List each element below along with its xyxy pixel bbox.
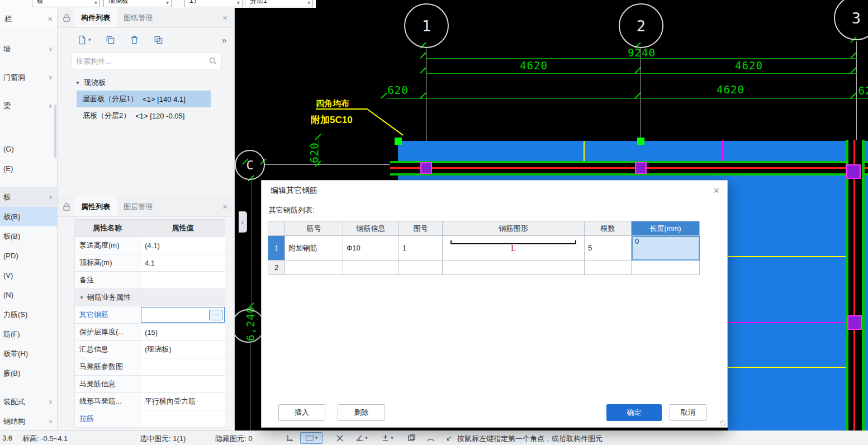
tree-item-bottom-slab[interactable]: 底板（分层2） <1> [120 -0.05]: [77, 107, 211, 124]
sidebar-item-e[interactable]: (E): [0, 159, 57, 178]
sidebar-item-v[interactable]: (V): [0, 266, 57, 285]
close-icon[interactable]: ×: [713, 185, 719, 197]
column-node[interactable]: [847, 315, 862, 330]
beam-horizontal[interactable]: [390, 161, 868, 176]
dialog-title-bar[interactable]: 编辑其它钢筋 ×: [262, 181, 727, 201]
length-cell[interactable]: [632, 261, 700, 275]
arc-tool-button[interactable]: [423, 432, 438, 444]
panel-collapse-button[interactable]: ‹: [239, 211, 247, 233]
property-value[interactable]: (15): [140, 324, 225, 340]
ellipsis-button[interactable]: ⋯: [209, 310, 222, 320]
sidebar-item-slab[interactable]: 板∧: [0, 187, 57, 207]
more-tools-button[interactable]: »: [222, 35, 225, 45]
property-value-other-rebar[interactable]: ⋯: [140, 306, 225, 323]
property-value[interactable]: (现浇板): [140, 341, 225, 358]
view-copy-button[interactable]: [404, 432, 419, 444]
property-value[interactable]: (4.1): [140, 237, 225, 254]
sidebar-item-slab-b[interactable]: 板(B): [0, 207, 57, 226]
search-input[interactable]: [76, 57, 209, 65]
slab-region[interactable]: [398, 176, 868, 180]
row-number[interactable]: 2: [268, 261, 285, 275]
selection-grip[interactable]: [395, 138, 402, 145]
column-node[interactable]: [635, 162, 647, 174]
tab-component-list[interactable]: 构件列表: [74, 8, 117, 27]
sidebar-item-slab-b2[interactable]: 板(B): [0, 226, 57, 246]
selection-grip[interactable]: [637, 138, 644, 145]
rect-select-button[interactable]: ▾: [300, 432, 322, 444]
tab-property-list[interactable]: 属性列表: [74, 197, 117, 216]
sidebar-item-prefab[interactable]: 装配式∨: [0, 392, 57, 411]
element-subtype-combo[interactable]: 现浇板 ▾: [103, 0, 172, 7]
property-value[interactable]: [140, 358, 225, 375]
delete-button[interactable]: 删除: [338, 404, 385, 421]
rebar-info-cell[interactable]: Φ10: [343, 236, 399, 261]
component-combo[interactable]: 屋面板（分层1） ▾: [184, 0, 243, 7]
chevron-up-icon: ∧: [49, 103, 53, 109]
sidebar-item-n[interactable]: (N): [0, 285, 57, 305]
drawing-number-cell[interactable]: 1: [399, 236, 443, 261]
property-group-rebar[interactable]: ▼ 钢筋业务属性: [75, 289, 225, 306]
property-name-other-rebar[interactable]: 其它钢筋: [75, 306, 140, 323]
sidebar-item-rebar-s[interactable]: 力筋(S): [0, 305, 57, 324]
beam-vertical[interactable]: [846, 140, 865, 430]
property-name-tie-rebar[interactable]: 拉筋: [75, 410, 140, 427]
count-cell[interactable]: 5: [585, 236, 632, 261]
pin-lock-icon[interactable]: [63, 14, 70, 22]
property-value[interactable]: [140, 272, 225, 288]
close-icon[interactable]: ×: [222, 202, 227, 211]
layer-copy-button[interactable]: [151, 31, 166, 48]
tree-group-cast-slab[interactable]: ▼ 现浇板: [58, 75, 234, 91]
element-type-combo[interactable]: 板 ▾: [32, 0, 100, 7]
drawing-number-cell[interactable]: [399, 261, 443, 275]
insert-button[interactable]: 插入: [278, 404, 325, 421]
pin-lock-icon[interactable]: [63, 203, 70, 211]
grid-snap-button[interactable]: [282, 432, 297, 444]
column-node[interactable]: [846, 164, 861, 179]
angle-tool-button[interactable]: ▾: [350, 432, 373, 444]
tab-drawing-management[interactable]: 图纸管理: [117, 8, 159, 27]
annotation-leader: [316, 108, 367, 110]
ok-button[interactable]: 确定: [606, 404, 662, 421]
sidebar-item-strip-h[interactable]: 板带(H): [0, 344, 57, 363]
copy-component-button[interactable]: [103, 31, 118, 48]
sidebar-item-label: 板带(H): [3, 349, 28, 359]
slab-region[interactable]: [398, 141, 868, 162]
rebar-info-cell[interactable]: [343, 261, 399, 275]
rebar-shape-cell[interactable]: L: [443, 236, 585, 261]
rebar-row-1[interactable]: 1 附加钢筋 Φ10 1 L 5 0: [268, 236, 700, 261]
property-name: 备注: [75, 272, 140, 288]
tab-layer-management[interactable]: 图层管理: [117, 197, 159, 216]
property-value[interactable]: [140, 410, 225, 427]
rebar-shape-line: [450, 243, 576, 244]
layer-combo[interactable]: 分层1 ▾: [245, 0, 313, 7]
offset-tool-button[interactable]: ▾: [376, 432, 399, 444]
delete-component-button[interactable]: [127, 31, 142, 48]
cancel-button[interactable]: 取消: [670, 404, 706, 421]
property-value[interactable]: 4.1: [140, 254, 225, 271]
row-number[interactable]: 1: [268, 236, 285, 261]
sidebar-item-steel[interactable]: 钢结构∨: [0, 411, 57, 431]
rebar-name-cell[interactable]: [285, 261, 343, 275]
sidebar-item-rebar-f[interactable]: 筋(F): [0, 324, 57, 344]
sidebar-item-haunch-b[interactable]: 腋(B): [0, 363, 57, 383]
sidebar-item-openings[interactable]: 门窗洞∨: [0, 68, 57, 87]
new-component-button[interactable]: ▾: [74, 31, 94, 48]
sidebar-item-g[interactable]: (G): [0, 139, 57, 159]
property-value[interactable]: [140, 376, 225, 392]
tree-item-roof-slab[interactable]: 屋面板（分层1） <1> [140 4.1]: [77, 91, 211, 107]
length-cell-selected[interactable]: 0: [632, 236, 700, 261]
sidebar-item-pd[interactable]: (PD): [0, 246, 57, 266]
count-cell[interactable]: [585, 261, 632, 275]
close-icon[interactable]: ×: [48, 15, 53, 23]
cross-select-button[interactable]: [333, 432, 347, 444]
property-name: 马凳筋信息: [75, 376, 140, 392]
sidebar-item-beam[interactable]: 梁∧: [0, 96, 57, 116]
property-value[interactable]: 平行横向受力筋: [140, 393, 225, 410]
sidebar-item-wall[interactable]: 墙∨: [0, 39, 57, 59]
resize-grip[interactable]: [720, 420, 726, 426]
rebar-shape-cell[interactable]: [443, 261, 585, 275]
rebar-row-2[interactable]: 2: [268, 261, 700, 275]
close-icon[interactable]: ×: [222, 13, 227, 22]
column-node[interactable]: [420, 162, 432, 174]
rebar-name-cell[interactable]: 附加钢筋: [285, 236, 343, 261]
